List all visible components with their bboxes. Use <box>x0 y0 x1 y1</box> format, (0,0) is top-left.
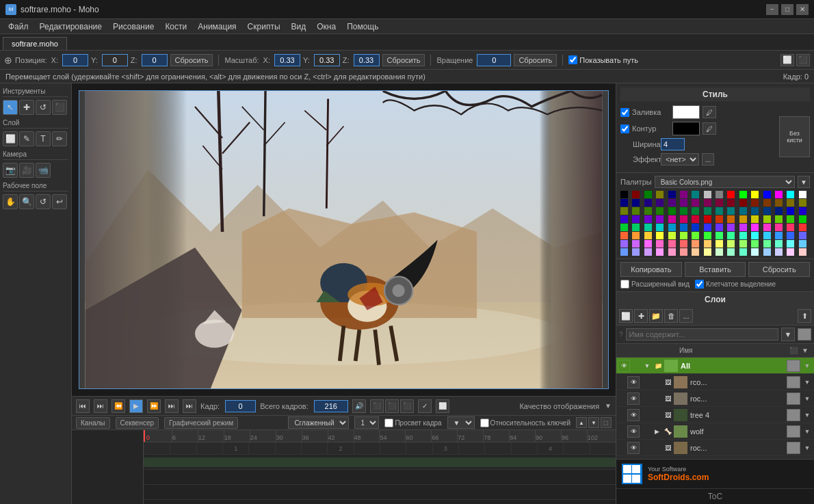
palette-color-cell[interactable] <box>775 248 783 256</box>
palette-color-cell[interactable] <box>751 191 759 198</box>
tool-add[interactable]: ✚ <box>19 100 34 115</box>
palette-color-cell[interactable] <box>787 232 794 239</box>
palette-color-cell[interactable] <box>727 215 735 223</box>
palette-color-cell[interactable] <box>799 191 806 198</box>
palette-color-cell[interactable] <box>656 232 664 239</box>
palette-color-cell[interactable] <box>692 224 699 231</box>
palette-color-cell[interactable] <box>727 224 735 231</box>
palette-color-cell[interactable] <box>704 207 711 215</box>
palette-color-cell[interactable] <box>775 224 783 231</box>
effect-select[interactable]: <нет> <box>661 153 699 165</box>
palette-color-cell[interactable] <box>763 248 771 256</box>
palette-color-cell[interactable] <box>644 191 652 198</box>
palette-color-cell[interactable] <box>656 224 664 231</box>
palette-color-cell[interactable] <box>715 232 723 239</box>
layer-row-wolf[interactable]: 👁 ▶ 🦴 wolf ▼ <box>616 423 814 440</box>
layer-row-rco[interactable]: 👁 🖼 rco... ▼ <box>616 374 814 390</box>
palette-color-cell[interactable] <box>739 232 747 239</box>
palette-color-cell[interactable] <box>715 224 723 231</box>
layers-delete-btn[interactable]: 🗑 <box>664 309 678 323</box>
palette-color-cell[interactable] <box>668 248 676 256</box>
layer-color-roc2[interactable] <box>787 442 800 454</box>
workspace-tool-1[interactable]: ✋ <box>3 194 18 209</box>
layer-eye-all[interactable]: 👁 <box>618 360 630 372</box>
view-1[interactable]: ⬛ <box>370 399 384 413</box>
stroke-swatch[interactable] <box>672 122 700 135</box>
palette-color-cell[interactable] <box>620 191 628 198</box>
palette-color-cell[interactable] <box>632 224 640 231</box>
palette-color-cell[interactable] <box>704 232 711 239</box>
palette-color-cell[interactable] <box>668 207 676 215</box>
palette-color-cell[interactable] <box>799 199 806 207</box>
btn-prev-key[interactable]: ⏭ <box>94 399 107 413</box>
extended-view-label[interactable]: Расширенный вид <box>620 280 690 289</box>
palette-color-cell[interactable] <box>775 199 783 207</box>
palette-color-cell[interactable] <box>775 215 783 223</box>
palette-color-cell[interactable] <box>751 224 759 231</box>
paste-frame-btn[interactable]: ⬛ <box>796 54 810 66</box>
palette-color-cell[interactable] <box>704 248 711 256</box>
palette-color-cell[interactable] <box>620 248 628 256</box>
palette-color-cell[interactable] <box>739 248 747 256</box>
palette-color-cell[interactable] <box>656 199 664 207</box>
layer-row-all[interactable]: 👁 ▼ 📁 All ▼ <box>616 358 814 374</box>
layer-color-tree4[interactable] <box>787 409 800 421</box>
tool-move[interactable]: ↖ <box>3 100 18 115</box>
layers-more-btn[interactable]: ... <box>679 309 693 323</box>
palette-dropdown-btn[interactable]: ▼ <box>798 176 810 188</box>
x-input[interactable] <box>62 54 88 66</box>
tab-main[interactable]: softrare.moho <box>3 37 67 50</box>
copy-frame-btn[interactable]: ⬜ <box>780 54 794 66</box>
palette-color-cell[interactable] <box>680 207 687 215</box>
reset-scale-button[interactable]: Сбросить <box>382 54 425 66</box>
palette-color-cell[interactable] <box>668 224 676 231</box>
tool-layer-2[interactable]: ✎ <box>19 131 34 146</box>
paste-button[interactable]: Вставить <box>685 262 746 277</box>
palette-color-cell[interactable] <box>715 248 723 256</box>
palette-color-cell[interactable] <box>715 199 723 207</box>
layers-color-filter[interactable] <box>798 328 811 341</box>
palette-color-cell[interactable] <box>668 199 676 207</box>
palette-color-cell[interactable] <box>692 199 699 207</box>
palette-color-cell[interactable] <box>775 240 783 248</box>
palette-color-cell[interactable] <box>763 207 771 215</box>
palette-color-cell[interactable] <box>668 232 676 239</box>
palette-color-cell[interactable] <box>787 191 794 198</box>
reset-pos-button[interactable]: Сбросить <box>170 54 213 66</box>
layer-eye-roc2[interactable]: 👁 <box>627 442 640 454</box>
palette-color-cell[interactable] <box>715 215 723 223</box>
palette-color-cell[interactable] <box>787 199 794 207</box>
palette-color-cell[interactable] <box>763 232 771 239</box>
palette-color-cell[interactable] <box>727 248 735 256</box>
layer-row-roc[interactable]: 👁 🖼 roc... ▼ <box>616 390 814 407</box>
tl-key1[interactable]: ▲ <box>576 417 587 428</box>
palette-color-cell[interactable] <box>799 240 806 248</box>
palette-color-cell[interactable] <box>787 207 794 215</box>
workspace-tool-3[interactable]: ↺ <box>36 194 51 209</box>
minimize-button[interactable]: − <box>766 4 778 15</box>
smooth-select[interactable]: Сглаженный <box>288 416 349 429</box>
palette-color-cell[interactable] <box>632 207 640 215</box>
palette-color-cell[interactable] <box>799 207 806 215</box>
palette-color-cell[interactable] <box>632 248 640 256</box>
palette-color-cell[interactable] <box>799 224 806 231</box>
palette-color-cell[interactable] <box>680 215 687 223</box>
stroke-checkbox[interactable] <box>620 124 629 133</box>
palette-color-cell[interactable] <box>644 199 652 207</box>
tool-text[interactable]: T <box>36 131 51 146</box>
palette-color-cell[interactable] <box>692 232 699 239</box>
tool-layer-1[interactable]: ⬜ <box>3 131 18 146</box>
tl-track-2[interactable] <box>144 470 616 485</box>
tl-graph[interactable]: Графический режим <box>164 417 238 429</box>
palette-color-cell[interactable] <box>799 232 806 239</box>
palette-color-cell[interactable] <box>715 207 723 215</box>
layer-eye-roc[interactable]: 👁 <box>627 393 640 405</box>
palette-color-cell[interactable] <box>692 207 699 215</box>
maximize-button[interactable]: □ <box>781 4 793 15</box>
palette-color-cell[interactable] <box>727 207 735 215</box>
palette-color-cell[interactable] <box>668 191 676 198</box>
camera-tool-2[interactable]: 🎥 <box>19 163 34 178</box>
menu-scripts[interactable]: Скрипты <box>242 21 286 33</box>
layer-expand-wolf[interactable]: ▶ <box>652 428 661 435</box>
palette-color-cell[interactable] <box>632 191 640 198</box>
